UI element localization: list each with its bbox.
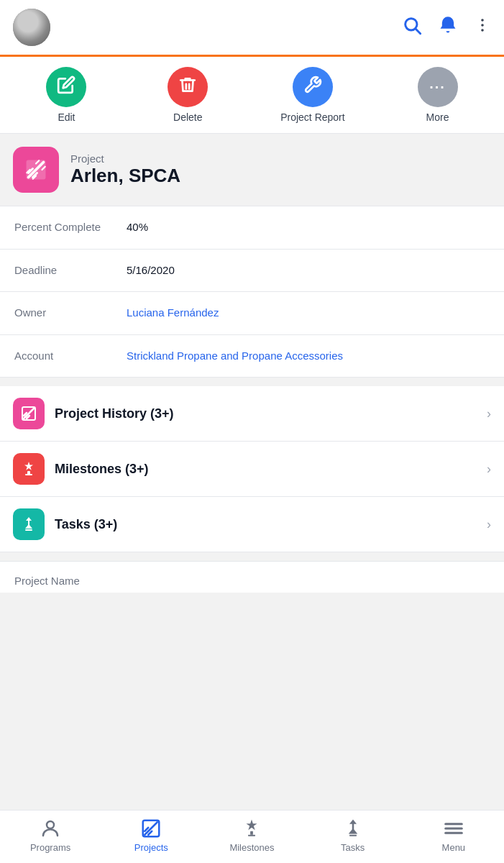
milestones-chevron: › bbox=[487, 462, 491, 477]
project-history-chevron: › bbox=[487, 406, 491, 421]
svg-line-1 bbox=[416, 29, 420, 33]
milestones-icon-box bbox=[13, 453, 45, 485]
svg-rect-13 bbox=[248, 835, 255, 836]
project-report-icon bbox=[303, 76, 322, 99]
svg-rect-9 bbox=[25, 529, 32, 531]
delete-icon-circle bbox=[168, 67, 208, 107]
svg-rect-14 bbox=[349, 835, 357, 836]
nav-tasks-label: Tasks bbox=[341, 842, 365, 853]
project-section-label: Project bbox=[70, 152, 180, 165]
tasks-nav-icon bbox=[342, 818, 364, 839]
more-button[interactable]: ··· More bbox=[409, 67, 467, 123]
header bbox=[0, 0, 504, 57]
deadline-value: 5/16/2020 bbox=[127, 262, 175, 279]
nav-programs[interactable]: Programs bbox=[22, 818, 79, 853]
tasks-icon bbox=[20, 516, 37, 533]
tasks-icon-box bbox=[13, 508, 45, 540]
bottom-nav: Programs Projects Milestones Tasks Menu bbox=[0, 810, 504, 863]
deadline-row: Deadline 5/16/2020 bbox=[0, 250, 504, 293]
partial-row-label: Project Name bbox=[14, 575, 490, 587]
svg-point-2 bbox=[481, 19, 484, 22]
svg-point-10 bbox=[47, 821, 54, 828]
more-icon-circle: ··· bbox=[418, 67, 458, 107]
header-icons bbox=[402, 15, 491, 40]
nav-programs-label: Programs bbox=[30, 842, 70, 853]
owner-key: Owner bbox=[14, 305, 115, 321]
nav-menu-label: Menu bbox=[442, 842, 466, 853]
milestones-nav-icon bbox=[241, 818, 262, 839]
account-row: Account Strickland Propane and Propane A… bbox=[0, 335, 504, 378]
milestones-label: Milestones (3+) bbox=[55, 462, 477, 477]
tasks-chevron: › bbox=[487, 517, 491, 532]
nav-milestones-label: Milestones bbox=[229, 842, 274, 853]
more-label: More bbox=[426, 111, 449, 123]
delete-icon bbox=[178, 76, 197, 99]
project-name: Arlen, SPCA bbox=[70, 165, 180, 187]
project-history-icon-box bbox=[13, 398, 45, 429]
svg-point-4 bbox=[481, 29, 484, 32]
project-history-label: Project History (3+) bbox=[55, 406, 477, 421]
more-icon: ··· bbox=[429, 79, 446, 96]
project-report-button[interactable]: Project Report bbox=[280, 67, 344, 123]
programs-icon bbox=[40, 818, 61, 839]
svg-point-3 bbox=[481, 24, 484, 27]
milestones-icon bbox=[20, 460, 37, 478]
edit-icon bbox=[57, 76, 75, 99]
nav-projects-label: Projects bbox=[134, 842, 168, 853]
account-key: Account bbox=[14, 348, 115, 365]
edit-button[interactable]: Edit bbox=[37, 67, 95, 123]
edit-label: Edit bbox=[58, 111, 75, 123]
nav-menu[interactable]: Menu bbox=[425, 818, 482, 853]
nav-projects[interactable]: Projects bbox=[122, 818, 180, 853]
delete-button[interactable]: Delete bbox=[159, 67, 216, 123]
percent-complete-key: Percent Complete bbox=[14, 219, 115, 236]
more-options-icon[interactable] bbox=[474, 17, 491, 38]
svg-rect-12 bbox=[251, 831, 254, 835]
project-report-icon-circle bbox=[293, 67, 333, 107]
owner-value[interactable]: Luciana Fernández bbox=[127, 305, 219, 321]
detail-section: Percent Complete 40% Deadline 5/16/2020 … bbox=[0, 206, 504, 378]
owner-row: Owner Luciana Fernández bbox=[0, 292, 504, 335]
menu-icon bbox=[443, 818, 464, 839]
section-list: Project History (3+) › Milestones (3+) ›… bbox=[0, 378, 504, 552]
account-value[interactable]: Strickland Propane and Propane Accessori… bbox=[127, 348, 343, 365]
bell-icon[interactable] bbox=[438, 15, 458, 40]
svg-rect-8 bbox=[25, 474, 32, 475]
project-history-icon bbox=[20, 405, 37, 422]
percent-complete-value: 40% bbox=[127, 219, 148, 236]
projects-icon bbox=[140, 818, 162, 839]
project-report-label: Project Report bbox=[280, 111, 344, 123]
milestones-item[interactable]: Milestones (3+) › bbox=[0, 442, 504, 497]
project-title-area: Project Arlen, SPCA bbox=[70, 152, 180, 187]
nav-milestones[interactable]: Milestones bbox=[223, 818, 280, 853]
partial-row: Project Name bbox=[0, 561, 504, 593]
deadline-key: Deadline bbox=[14, 262, 115, 279]
search-icon[interactable] bbox=[402, 15, 422, 40]
toolbar: Edit Delete Project Report bbox=[0, 57, 504, 134]
tasks-label: Tasks (3+) bbox=[55, 517, 477, 532]
delete-label: Delete bbox=[173, 111, 202, 123]
avatar[interactable] bbox=[13, 9, 50, 46]
edit-icon-circle bbox=[46, 67, 86, 107]
ruler-icon bbox=[23, 157, 49, 183]
percent-complete-row: Percent Complete 40% bbox=[0, 206, 504, 250]
nav-tasks[interactable]: Tasks bbox=[324, 818, 382, 853]
project-header-card: Project Arlen, SPCA bbox=[0, 134, 504, 206]
tasks-item[interactable]: Tasks (3+) › bbox=[0, 497, 504, 552]
project-history-item[interactable]: Project History (3+) › bbox=[0, 386, 504, 442]
project-icon-box bbox=[13, 147, 59, 193]
